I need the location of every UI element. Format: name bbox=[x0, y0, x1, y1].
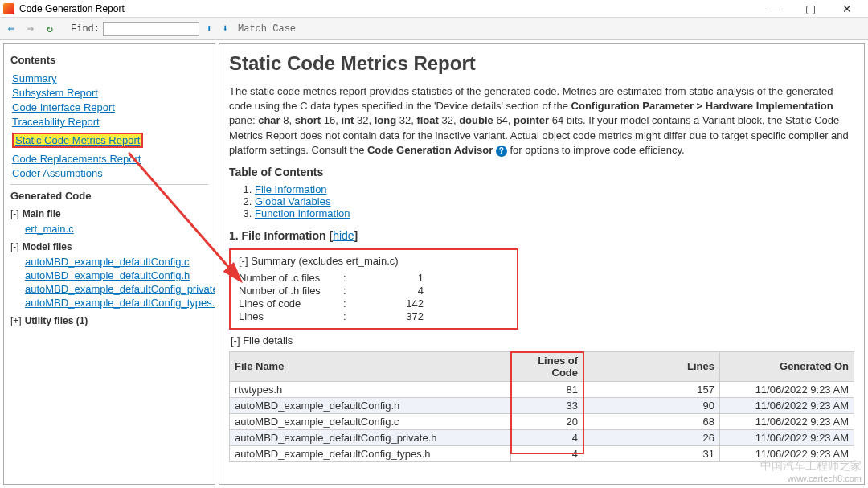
minimize-button[interactable]: — bbox=[756, 1, 792, 17]
nav-interface[interactable]: Code Interface Report bbox=[12, 101, 115, 113]
toc-header: Table of Contents bbox=[229, 166, 854, 178]
nav-subsystem[interactable]: Subsystem Report bbox=[12, 87, 98, 99]
toc-global-vars[interactable]: Global Variables bbox=[255, 195, 330, 207]
th-lines[interactable]: Lines bbox=[583, 351, 720, 381]
summary-box: [-] Summary (excludes ert_main.c) Number… bbox=[229, 248, 518, 330]
file-ert-main[interactable]: ert_main.c bbox=[25, 223, 208, 235]
th-loc[interactable]: Lines of Code bbox=[511, 351, 583, 381]
th-filename[interactable]: File Name bbox=[230, 351, 511, 381]
find-next-button[interactable]: ⬇ bbox=[219, 23, 231, 35]
page-title: Static Code Metrics Report bbox=[229, 52, 854, 75]
toolbar: ⇐ ⇒ ↻ Find: ⬆ ⬇ Match Case bbox=[0, 18, 868, 40]
table-row: autoMBD_example_defaultConfig.c206811/06… bbox=[230, 413, 854, 429]
intro-paragraph: The static code metrics report provides … bbox=[229, 84, 854, 158]
match-case-toggle[interactable]: Match Case bbox=[238, 23, 296, 35]
table-row: autoMBD_example_defaultConfig_types.h431… bbox=[230, 445, 854, 461]
model-file-3[interactable]: autoMBD_example_defaultConfig_types.h bbox=[25, 297, 208, 309]
help-icon[interactable]: ? bbox=[496, 146, 507, 157]
find-prev-button[interactable]: ⬆ bbox=[203, 23, 215, 35]
table-row: autoMBD_example_defaultConfig_private.h4… bbox=[230, 429, 854, 445]
window-title: Code Generation Report bbox=[19, 3, 125, 14]
forward-button[interactable]: ⇒ bbox=[23, 21, 39, 37]
file-table: File Name Lines of Code Lines Generated … bbox=[229, 351, 854, 462]
nav-static-metrics[interactable]: Static Code Metrics Report bbox=[15, 134, 140, 146]
table-row: autoMBD_example_defaultConfig.h339011/06… bbox=[230, 397, 854, 413]
maximize-button[interactable]: ▢ bbox=[792, 1, 829, 17]
title-bar: Code Generation Report — ▢ ✕ bbox=[0, 0, 868, 18]
sidebar: Contents Summary Subsystem Report Code I… bbox=[3, 43, 215, 485]
main-file-label: Main file bbox=[23, 208, 61, 219]
nav-traceability[interactable]: Traceability Report bbox=[12, 116, 100, 128]
nav-assumptions[interactable]: Coder Assumptions bbox=[12, 167, 103, 179]
utility-files-label: Utility files (1) bbox=[25, 315, 88, 326]
toc-func-info[interactable]: Function Information bbox=[255, 207, 350, 219]
find-label: Find: bbox=[71, 23, 100, 35]
content-pane: Static Code Metrics Report The static co… bbox=[219, 43, 865, 485]
toc-file-info[interactable]: File Information bbox=[255, 183, 327, 195]
summary-title[interactable]: [-] Summary (excludes ert_main.c) bbox=[239, 255, 509, 267]
back-button[interactable]: ⇐ bbox=[3, 21, 19, 37]
expand-utility-icon[interactable]: [+] bbox=[10, 315, 22, 326]
find-input[interactable] bbox=[103, 22, 199, 36]
nav-summary[interactable]: Summary bbox=[12, 72, 57, 84]
hide-link[interactable]: hide bbox=[333, 229, 354, 242]
model-file-0[interactable]: autoMBD_example_defaultConfig.c bbox=[25, 256, 208, 268]
toc: File Information Global Variables Functi… bbox=[229, 183, 854, 219]
refresh-button[interactable]: ↻ bbox=[42, 21, 58, 37]
table-row: rtwtypes.h8115711/06/2022 9:23 AM bbox=[230, 381, 854, 397]
contents-header: Contents bbox=[10, 54, 208, 66]
collapse-main-icon[interactable]: [-] bbox=[10, 208, 19, 219]
model-file-2[interactable]: autoMBD_example_defaultConfig_private.h bbox=[25, 283, 208, 295]
model-file-1[interactable]: autoMBD_example_defaultConfig.h bbox=[25, 269, 208, 281]
collapse-model-icon[interactable]: [-] bbox=[10, 241, 19, 252]
model-files-label: Model files bbox=[23, 241, 72, 252]
section-1-header: 1. File Information [hide] bbox=[229, 229, 854, 242]
th-generated[interactable]: Generated On bbox=[720, 351, 854, 381]
generated-code-header: Generated Code bbox=[10, 190, 208, 202]
file-details-toggle[interactable]: [-] File details bbox=[231, 334, 854, 347]
app-icon bbox=[3, 3, 14, 14]
close-button[interactable]: ✕ bbox=[829, 1, 865, 17]
nav-replacements[interactable]: Code Replacements Report bbox=[12, 153, 141, 165]
